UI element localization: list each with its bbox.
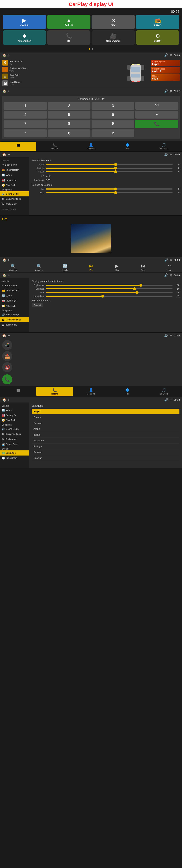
lang-background[interactable]: 🖼 Background [0,437,29,442]
lang-japanese[interactable]: Japanese [32,438,179,443]
call-bluetooth-icon[interactable]: ✳ [170,334,172,338]
zoom-out-btn[interactable]: 🔍 Zoom ... [26,264,52,271]
brightness-thumb[interactable] [139,284,142,287]
disp-background[interactable]: 🖼 Background [0,322,29,327]
sound-back-icon[interactable]: ↩ [8,153,10,156]
bluetooth-icon[interactable]: ✳ [170,53,172,57]
default-btn[interactable]: Default [32,303,43,307]
lang-wheel[interactable]: 🔄 Wheel [0,408,29,413]
dialer-bluetooth-icon[interactable]: ✳ [170,89,172,93]
disp-navi-path[interactable]: 🧭 Navi Path [0,303,29,308]
dial-6[interactable]: 6 [92,111,134,119]
hue-track[interactable] [46,292,173,293]
app-tile-carcomputer[interactable]: 🎥 CarComputer [92,30,135,45]
disp-display-settings[interactable]: 🖥 Display settings [0,317,29,322]
app-tile-disc[interactable]: ⊙ DISC [92,15,135,29]
lang-italian[interactable]: Italian [32,432,179,438]
zoom-in-btn[interactable]: 🔍 Zoom in [0,264,26,271]
lang-arabic[interactable]: Arabic [32,426,179,432]
nav2-record[interactable]: 📞 Record [36,387,73,396]
middle-track[interactable] [46,167,173,169]
background-item[interactable]: 🖼 Background [0,202,29,207]
next-btn[interactable]: ⏭ Next [130,264,156,271]
disp-tuner-region[interactable]: 📻 Tuner Region [0,288,29,293]
lang-french[interactable]: French [32,414,179,420]
dial-plus[interactable]: + [135,111,178,119]
app-tile-carlink[interactable]: ▶ CarLink [3,15,46,29]
app-tile-radio[interactable]: 📻 RADIO [136,15,179,29]
img-back-icon[interactable]: ↩ [8,258,10,262]
disp-sound-setup[interactable]: 🔊 Sound Setup [0,312,29,317]
call-back-icon[interactable]: ↩ [8,334,10,338]
dialer-volume-icon[interactable]: 🔊 [164,89,168,93]
nav2-contacts[interactable]: 👤 Contacts [73,387,109,396]
lang-language-item[interactable]: 🌐 Language [0,451,29,456]
call-btn-1[interactable]: 📲 [2,340,12,350]
nav2-pair[interactable]: 🔷 Pair [109,387,146,396]
hue-thumb[interactable] [136,291,138,294]
lang-bluetooth-icon[interactable]: ✳ [170,398,172,402]
display-settings-item[interactable]: 🖥 Display settings [0,196,29,202]
img-bluetooth-icon[interactable]: ✳ [170,258,172,262]
lang-factory-set[interactable]: 🏭 Factory Set [0,413,29,418]
dialer-home-icon[interactable]: 🏠 [2,89,6,93]
dial-8[interactable]: 8 [48,120,90,128]
volume-icon[interactable]: 🔊 [164,53,168,57]
lang-navi-path[interactable]: 🧭 Navi Path [0,418,29,423]
answer-call-btn[interactable]: 📞 [2,374,12,384]
dial-1[interactable]: 1 [4,102,47,110]
lang-german[interactable]: German [32,420,179,426]
fal-thumb[interactable] [114,188,117,190]
app-tile-setup[interactable]: ⚙ SETUP [136,30,179,45]
nav-btmusic[interactable]: 🎵 BT Music [146,142,182,151]
dial-9[interactable]: 9 [92,120,134,128]
saturation-thumb[interactable] [101,294,104,298]
lang-sound-setup[interactable]: 🔊 Sound Setup [0,427,29,432]
treble-track[interactable] [46,171,173,172]
nav-record[interactable]: 📞 Record [36,142,73,151]
bass-track[interactable] [46,164,173,165]
tuner-region-item[interactable]: 📻 Tuner Region [0,167,29,173]
dial-7[interactable]: 7 [4,120,47,128]
dial-5[interactable]: 5 [48,111,90,119]
bal-thumb[interactable] [114,191,117,194]
dial-star[interactable]: * [4,129,47,137]
treble-thumb[interactable] [114,170,117,173]
disp-basic-setup[interactable]: ✂ Basic Setup [0,283,29,288]
lang-time-setup[interactable]: 🕐 Time Setup [0,456,29,461]
disp-wheel[interactable]: 🔄 Wheel [0,293,29,298]
saturation-track[interactable] [46,296,173,297]
bal-track[interactable] [46,192,173,193]
dial-2[interactable]: 2 [48,102,90,110]
fal-track[interactable] [46,188,173,190]
play-btn[interactable]: ▶ Play [104,264,130,271]
rotate-btn[interactable]: 🔄 Rotate [52,264,78,271]
call-btn-2[interactable]: 📤 [2,351,12,361]
lang-spanish[interactable]: Spanish [32,455,179,461]
pre-btn[interactable]: ⏮ Pre [78,264,104,271]
disp-factory-set[interactable]: 🏭 Factory Set [0,298,29,303]
home-icon[interactable]: 🏠 [2,53,6,57]
sound-volume-icon[interactable]: 🔊 [164,153,168,156]
dial-hash[interactable]: # [92,129,134,137]
lang-screensave[interactable]: 💾 ScreenSave [0,442,29,447]
call-btn-3[interactable]: 📵 [2,362,12,372]
lang-display-settings[interactable]: 🖥 Display settings [0,432,29,437]
lang-volume-icon[interactable]: 🔊 [164,398,168,402]
call-home-icon[interactable]: 🏠 [2,334,6,338]
bass-thumb[interactable] [114,163,117,166]
lang-home-icon[interactable]: 🏠 [2,398,6,402]
nav-pair[interactable]: 🔷 Pair [109,142,146,151]
sound-setup-item[interactable]: 🔊 Sound Setup [0,191,29,196]
navi-path-item[interactable]: 🧭 Navi Path [0,183,29,188]
nav2-btmusic[interactable]: 🎵 BT Music [146,387,182,396]
dial-del[interactable]: ⌫ [135,102,178,110]
middle-thumb[interactable] [114,167,117,169]
nav-grid[interactable]: ▦ [0,142,36,151]
lang-english[interactable]: English [32,409,179,414]
lang-russian[interactable]: Russian [32,450,179,455]
nav2-grid[interactable]: ▦ [0,387,36,396]
app-tile-bt[interactable]: 📞 BT [47,30,90,45]
app-tile-aircondition[interactable]: ❄ AirCondition [3,30,46,45]
disp-back-icon[interactable]: ↩ [8,273,10,277]
